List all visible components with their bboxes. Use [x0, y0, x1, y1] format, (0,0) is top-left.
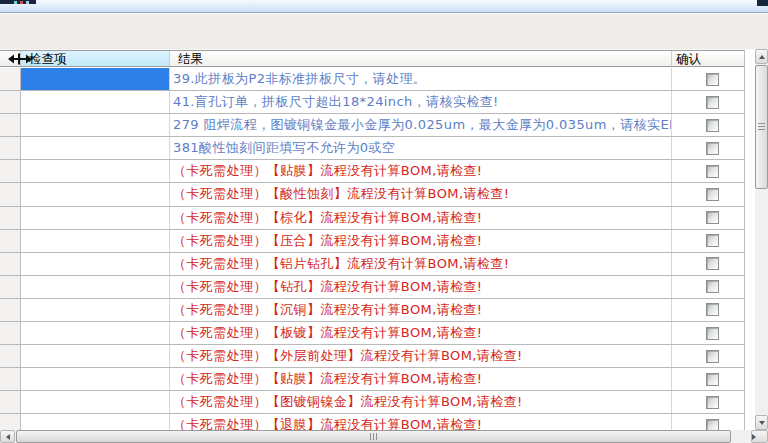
row-header-cell[interactable]: [0, 91, 21, 113]
scroll-up-button[interactable]: [755, 49, 768, 64]
check-item-cell[interactable]: [21, 68, 170, 90]
table-row[interactable]: （卡死需处理）【酸性蚀刻】流程没有计算BOM,请检查!: [0, 183, 744, 206]
confirm-checkbox[interactable]: [706, 257, 719, 270]
result-cell[interactable]: （卡死需处理）【压合】流程没有计算BOM,请检查!: [170, 230, 672, 252]
table-row[interactable]: （卡死需处理）【退膜】流程没有计算BOM,请检查!: [0, 414, 744, 430]
column-header-result[interactable]: 结果: [170, 51, 672, 66]
confirm-cell[interactable]: [672, 299, 744, 321]
table-row[interactable]: （卡死需处理）【图镀铜镍金】流程没有计算BOM,请检查!: [0, 391, 744, 414]
confirm-checkbox[interactable]: [706, 211, 719, 224]
confirm-checkbox[interactable]: [706, 303, 719, 316]
table-row[interactable]: 41.盲孔订单，拼板尺寸超出18*24inch，请核实检查!: [0, 91, 744, 114]
confirm-checkbox[interactable]: [706, 234, 719, 247]
row-header-cell[interactable]: [0, 391, 21, 413]
confirm-checkbox[interactable]: [706, 96, 719, 109]
confirm-checkbox[interactable]: [706, 396, 719, 409]
result-cell[interactable]: （卡死需处理）【铝片钻孔】流程没有计算BOM,请检查!: [170, 253, 672, 275]
result-cell[interactable]: 39.此拼板为P2非标准拼板尺寸，请处理。: [170, 68, 672, 90]
confirm-cell[interactable]: [672, 91, 744, 113]
vertical-scrollbar-thumb[interactable]: [755, 65, 768, 189]
table-row[interactable]: （卡死需处理）【贴膜】流程没有计算BOM,请检查!: [0, 368, 744, 391]
result-cell[interactable]: 41.盲孔订单，拼板尺寸超出18*24inch，请核实检查!: [170, 91, 672, 113]
check-item-cell[interactable]: [21, 299, 170, 321]
confirm-checkbox[interactable]: [706, 280, 719, 293]
table-row[interactable]: （卡死需处理）【板镀】流程没有计算BOM,请检查!: [0, 322, 744, 345]
confirm-cell[interactable]: [672, 68, 744, 90]
table-row[interactable]: （卡死需处理）【钻孔】流程没有计算BOM,请检查!: [0, 276, 744, 299]
row-header-cell[interactable]: [0, 68, 21, 90]
row-header-cell[interactable]: [0, 322, 21, 344]
row-header-cell[interactable]: [0, 414, 21, 430]
check-item-cell[interactable]: [21, 207, 170, 229]
table-row[interactable]: （卡死需处理）【贴膜】流程没有计算BOM,请检查!: [0, 160, 744, 183]
confirm-cell[interactable]: [672, 253, 744, 275]
horizontal-scrollbar[interactable]: [0, 430, 768, 443]
confirm-cell[interactable]: [672, 414, 744, 430]
table-row[interactable]: （卡死需处理）【外层前处理】流程没有计算BOM,请检查!: [0, 345, 744, 368]
row-header-cell[interactable]: [0, 230, 21, 252]
scroll-right-button[interactable]: [751, 430, 768, 443]
confirm-cell[interactable]: [672, 368, 744, 390]
result-cell[interactable]: 279 阻焊流程，图镀铜镍金最小金厚为0.025um，最大金厚为0.035um，…: [170, 114, 672, 136]
confirm-checkbox[interactable]: [706, 188, 719, 201]
vertical-scrollbar[interactable]: [755, 49, 768, 430]
row-header-cell[interactable]: [0, 207, 21, 229]
check-item-cell[interactable]: [21, 276, 170, 298]
table-row[interactable]: 39.此拼板为P2非标准拼板尺寸，请处理。: [0, 68, 744, 91]
column-header-check-item[interactable]: 检查项: [21, 51, 170, 66]
row-header-cell[interactable]: [0, 114, 21, 136]
check-item-cell[interactable]: [21, 368, 170, 390]
table-row[interactable]: （卡死需处理）【铝片钻孔】流程没有计算BOM,请检查!: [0, 253, 744, 276]
table-row[interactable]: 381酸性蚀刻间距填写不允许为0或空: [0, 137, 744, 160]
check-item-cell[interactable]: [21, 114, 170, 136]
check-item-cell[interactable]: [21, 414, 170, 430]
scroll-left-button[interactable]: [0, 430, 15, 443]
result-cell[interactable]: （卡死需处理）【退膜】流程没有计算BOM,请检查!: [170, 414, 672, 430]
result-cell[interactable]: （卡死需处理）【贴膜】流程没有计算BOM,请检查!: [170, 368, 672, 390]
result-cell[interactable]: （卡死需处理）【外层前处理】流程没有计算BOM,请检查!: [170, 345, 672, 367]
row-header-cell[interactable]: [0, 368, 21, 390]
confirm-cell[interactable]: [672, 183, 744, 205]
confirm-cell[interactable]: [672, 276, 744, 298]
check-item-cell[interactable]: [21, 183, 170, 205]
confirm-cell[interactable]: [672, 322, 744, 344]
check-item-cell[interactable]: [21, 230, 170, 252]
horizontal-scrollbar-thumb[interactable]: [16, 430, 731, 443]
result-cell[interactable]: （卡死需处理）【图镀铜镍金】流程没有计算BOM,请检查!: [170, 391, 672, 413]
confirm-checkbox[interactable]: [706, 373, 719, 386]
row-header-cell[interactable]: [0, 299, 21, 321]
result-cell[interactable]: （卡死需处理）【棕化】流程没有计算BOM,请检查!: [170, 207, 672, 229]
confirm-cell[interactable]: [672, 160, 744, 182]
confirm-checkbox[interactable]: [706, 142, 719, 155]
check-item-cell[interactable]: [21, 345, 170, 367]
confirm-checkbox[interactable]: [706, 327, 719, 340]
result-cell[interactable]: 381酸性蚀刻间距填写不允许为0或空: [170, 137, 672, 159]
scroll-down-button[interactable]: [755, 415, 768, 430]
column-header-confirm[interactable]: 确认: [672, 51, 744, 66]
table-row[interactable]: 279 阻焊流程，图镀铜镍金最小金厚为0.025um，最大金厚为0.035um，…: [0, 114, 744, 137]
row-header-cell[interactable]: [0, 137, 21, 159]
row-header-cell[interactable]: [0, 160, 21, 182]
confirm-cell[interactable]: [672, 137, 744, 159]
check-item-cell[interactable]: [21, 160, 170, 182]
table-row[interactable]: （卡死需处理）【压合】流程没有计算BOM,请检查!: [0, 230, 744, 253]
row-header-cell[interactable]: [0, 345, 21, 367]
result-cell[interactable]: （卡死需处理）【沉铜】流程没有计算BOM,请检查!: [170, 299, 672, 321]
check-item-cell[interactable]: [21, 322, 170, 344]
confirm-cell[interactable]: [672, 207, 744, 229]
row-header-cell[interactable]: [0, 183, 21, 205]
result-cell[interactable]: （卡死需处理）【钻孔】流程没有计算BOM,请检查!: [170, 276, 672, 298]
confirm-checkbox[interactable]: [706, 165, 719, 178]
check-item-cell[interactable]: [21, 391, 170, 413]
confirm-checkbox[interactable]: [706, 73, 719, 86]
table-row[interactable]: （卡死需处理）【沉铜】流程没有计算BOM,请检查!: [0, 299, 744, 322]
result-cell[interactable]: （卡死需处理）【酸性蚀刻】流程没有计算BOM,请检查!: [170, 183, 672, 205]
confirm-cell[interactable]: [672, 114, 744, 136]
result-cell[interactable]: （卡死需处理）【贴膜】流程没有计算BOM,请检查!: [170, 160, 672, 182]
check-item-cell[interactable]: [21, 253, 170, 275]
check-item-cell[interactable]: [21, 137, 170, 159]
confirm-checkbox[interactable]: [706, 350, 719, 363]
row-header-cell[interactable]: [0, 253, 21, 275]
confirm-cell[interactable]: [672, 230, 744, 252]
confirm-cell[interactable]: [672, 391, 744, 413]
